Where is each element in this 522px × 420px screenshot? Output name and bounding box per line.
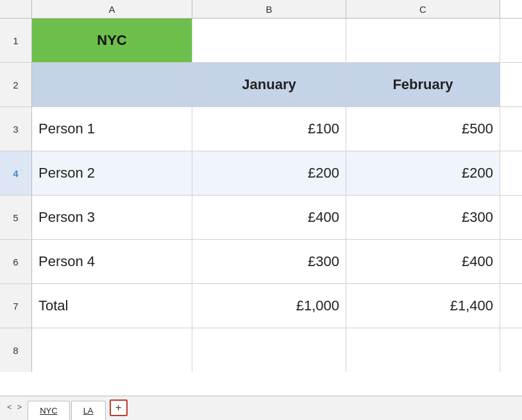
grid-row[interactable]: 6Person 4£300£400 <box>0 240 522 284</box>
tab-bar: < > NYCLA + <box>0 396 522 420</box>
cell-a-6[interactable]: Person 4 <box>32 240 192 283</box>
grid-row[interactable]: 1NYC <box>0 19 522 63</box>
cell-b-3[interactable]: £100 <box>192 107 346 151</box>
grid-row[interactable]: 2JanuaryFebruary <box>0 63 522 107</box>
grid-row[interactable]: 3Person 1£100£500 <box>0 107 522 151</box>
grid-row[interactable]: 8 <box>0 328 522 372</box>
row-number: 8 <box>0 328 32 372</box>
cell-b-4[interactable]: £200 <box>192 151 346 195</box>
col-header-c: C <box>346 0 500 18</box>
row-number: 6 <box>0 240 32 283</box>
nav-right-arrow[interactable]: > <box>15 402 24 412</box>
grid-row[interactable]: 5Person 3£400£300 <box>0 196 522 240</box>
row-number: 3 <box>0 107 32 151</box>
cell-a-4[interactable]: Person 2 <box>32 151 192 195</box>
add-tab-button[interactable]: + <box>110 399 128 416</box>
cell-a-8[interactable] <box>32 328 192 372</box>
cell-c-6[interactable]: £400 <box>346 240 500 283</box>
cell-c-2[interactable]: February <box>346 63 500 106</box>
row-number: 2 <box>0 63 32 106</box>
col-header-b: B <box>192 0 346 18</box>
spreadsheet: A B C 1NYC2JanuaryFebruary3Person 1£100£… <box>0 0 522 396</box>
cell-b-6[interactable]: £300 <box>192 240 346 283</box>
cell-b-2[interactable]: January <box>192 63 346 106</box>
cell-a-3[interactable]: Person 1 <box>32 107 192 151</box>
cell-c-8[interactable] <box>346 328 500 372</box>
column-headers: A B C <box>0 0 522 19</box>
tab-nyc[interactable]: NYC <box>28 401 69 420</box>
nav-arrows: < > <box>5 402 24 414</box>
cell-c-7[interactable]: £1,400 <box>346 284 500 328</box>
row-number: 1 <box>0 19 32 62</box>
tab-la[interactable]: LA <box>71 401 106 420</box>
row-number: 5 <box>0 196 32 239</box>
grid-row[interactable]: 7Total£1,000£1,400 <box>0 284 522 328</box>
cell-b-7[interactable]: £1,000 <box>192 284 346 328</box>
cell-c-4[interactable]: £200 <box>346 151 500 195</box>
col-header-a: A <box>32 0 192 18</box>
cell-b-8[interactable] <box>192 328 346 372</box>
grid-body: 1NYC2JanuaryFebruary3Person 1£100£5004Pe… <box>0 19 522 396</box>
cell-c-3[interactable]: £500 <box>346 107 500 151</box>
cell-b-5[interactable]: £400 <box>192 196 346 239</box>
cell-b-1[interactable] <box>192 19 346 62</box>
cell-a-5[interactable]: Person 3 <box>32 196 192 239</box>
cell-a-1[interactable]: NYC <box>32 19 192 62</box>
nav-left-arrow[interactable]: < <box>5 402 14 412</box>
grid-row[interactable]: 4Person 2£200£200 <box>0 151 522 196</box>
cell-c-5[interactable]: £300 <box>346 196 500 239</box>
cell-a-2[interactable] <box>32 63 192 106</box>
corner-cell <box>0 0 32 18</box>
cell-a-7[interactable]: Total <box>32 284 192 328</box>
row-number: 7 <box>0 284 32 328</box>
cell-c-1[interactable] <box>346 19 500 62</box>
row-number: 4 <box>0 151 32 195</box>
